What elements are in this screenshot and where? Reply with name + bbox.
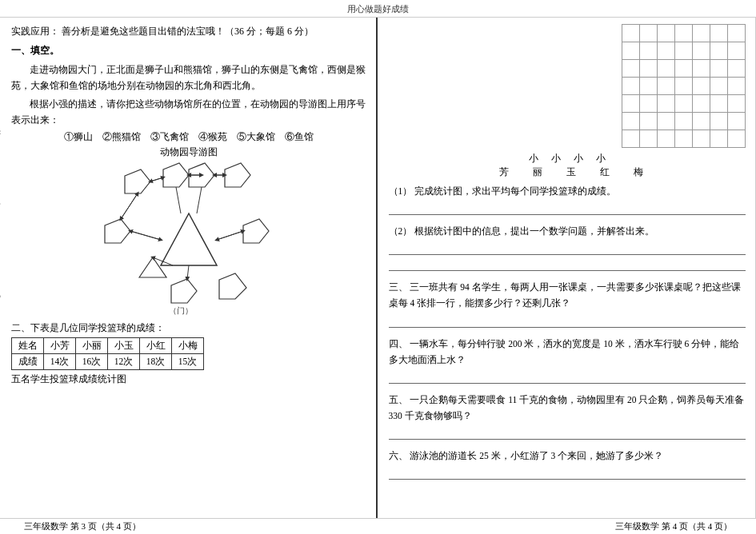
grid-cell [658,113,675,130]
grid-cell [675,113,693,130]
name-hong: 红 [600,166,610,178]
grid-row-5 [622,95,746,113]
row-label: 成绩 [12,354,44,370]
practice-title: 实践应用： [11,26,59,37]
grid-cell [675,95,693,113]
grid-cell [693,95,710,113]
left-panel: 密 对 线 实践应用： 善分析是避免这些题目出错的法宝哦！（36 分；每题 6 … [0,18,378,518]
zoo-intro2: 根据小强的描述，请你把这些动物场馆所在的位置，在动物园的导游图上用序号表示出来： [11,97,366,128]
grid-cell [658,60,675,78]
col-header-xiaoyu: 小玉 [108,338,140,354]
grid-row-2 [622,42,746,60]
svg-marker-3 [225,163,250,187]
grid-cell [658,95,675,113]
grid-cell [640,42,658,60]
svg-line-12 [176,187,181,213]
grid-row-4 [622,78,746,95]
grid-cell [675,42,693,60]
question-1-text: （1） 完成统计图，求出平均每个同学投篮球的成绩。 [389,183,746,199]
q4-answer-line [389,369,746,384]
grid-cell [728,78,746,95]
grid-cell [622,42,640,60]
grid-cell [675,78,693,95]
grid-table [622,24,746,148]
grid-cell [658,78,675,95]
score-2: 16次 [76,354,108,370]
grid-cell [710,130,728,148]
grid-cell [622,60,640,78]
name-xiao-3: 小 [574,153,583,165]
col-header-xiaomei: 小梅 [172,338,204,354]
q2-answer-line [389,241,746,255]
q5-num: 五、 [389,395,408,404]
zoo-diagram-container: （门） [11,161,366,317]
col-header-xiaohong: 小红 [140,338,172,354]
q6-num: 六、 [389,451,408,460]
q1-num: （1） [389,186,413,196]
q3-num: 三、 [389,282,408,292]
question-1-block: （1） 完成统计图，求出平均每个同学投篮球的成绩。 [389,183,746,215]
svg-line-21 [150,177,163,181]
name-row-2: 芳 丽 玉 红 梅 [389,166,746,178]
grid-cell [622,95,640,113]
table-data-row: 成绩 14次 16次 12次 18次 15次 [12,354,204,370]
col-header-name: 姓名 [12,338,44,354]
header-title: 用心做题好成绩 [347,4,409,14]
svg-line-11 [121,193,138,219]
grid-container [389,24,746,148]
grid-cell [658,25,675,42]
svg-line-15 [130,231,161,240]
q6-content: 游泳池的游道长 25 米，小红游了 3 个来回，她游了多少米？ [410,451,663,460]
q5-content: 一只企鹅每天需要喂食 11 千克的食物，动物园里有 20 只企鹅，饲养员每天准备… [389,395,745,420]
grid-row-6 [622,113,746,130]
svg-marker-0 [125,169,150,193]
grid-cell [728,60,746,78]
svg-marker-9 [219,273,246,299]
svg-line-13 [197,187,202,213]
q1-answer-line [389,201,746,215]
question-2-block: （2） 根据统计图中的信息，提出一个数学问题，并解答出来。 [389,223,746,271]
grid-cell [710,42,728,60]
name-xiao-1: 小 [529,153,538,165]
grid-cell [693,130,710,148]
score-4: 18次 [140,354,172,370]
grid-cell [693,60,710,78]
diagram-label: 动物园导游图 [11,146,366,158]
name-row-1: 小 小 小 小 [389,153,746,165]
grid-cell [728,113,746,130]
practice-header: 实践应用： 善分析是避免这些题目出错的法宝哦！（36 分；每题 6 分） [11,24,366,39]
q2-content: 根据统计图中的信息，提出一个数学问题，并解答出来。 [414,226,654,236]
svg-marker-6 [161,213,217,265]
grid-cell [622,25,640,42]
grid-cell [640,60,658,78]
svg-marker-1 [163,163,189,187]
svg-line-19 [187,265,189,279]
chart-label: 五名学生投篮球成绩统计图 [11,373,366,385]
grid-cell [728,42,746,60]
score-1: 14次 [44,354,76,370]
q3-answer-line [389,313,746,328]
grid-cell [710,113,728,130]
question-6-block: 六、 游泳池的游道长 25 米，小红游了 3 个来回，她游了多少米？ [389,448,746,480]
svg-marker-4 [105,219,130,243]
main-content: 密 对 线 实践应用： 善分析是避免这些题目出错的法宝哦！（36 分；每题 6 … [0,18,756,518]
footer-left: 三年级数学 第 3 页（共 4 页） [24,520,141,532]
numbered-items: ①狮山 ②熊猫馆 ③飞禽馆 ④猴苑 ⑤大象馆 ⑥鱼馆 [11,131,366,143]
grid-row-7 [622,130,746,148]
q2-answer-line2 [389,257,746,271]
name-xiao-4: 小 [596,153,606,165]
grid-cell [640,25,658,42]
col-header-xiaoli: 小丽 [76,338,108,354]
q3-content: 三一班共有 94 名学生，每两人用一张课桌，一共需要多少张课桌呢？把这些课桌每 … [389,282,741,308]
grid-row-3 [622,60,746,78]
name-li: 丽 [533,166,542,178]
grid-cell [640,78,658,95]
grid-cell [693,42,710,60]
question-6-text: 六、 游泳池的游道长 25 米，小红游了 3 个来回，她游了多少米？ [389,448,746,464]
grid-cell [640,113,658,130]
table-header-row: 姓名 小芳 小丽 小玉 小红 小梅 [12,338,204,354]
grid-cell [728,25,746,42]
grid-cell [728,95,746,113]
grid-cell [710,60,728,78]
score-3: 12次 [108,354,140,370]
